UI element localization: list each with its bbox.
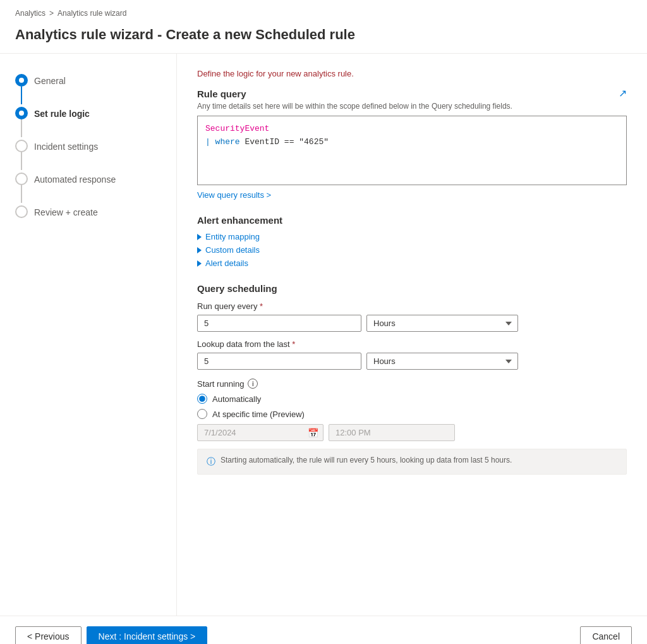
sidebar-item-automated-response[interactable]: Automated response <box>15 173 161 203</box>
step-label-automated: Automated response <box>34 174 116 185</box>
run-query-label: Run query every * <box>197 301 627 311</box>
main-layout: General Set rule logic Incident settings <box>0 54 647 616</box>
step-connector-incident <box>15 140 28 170</box>
step-connector-rule-logic <box>15 107 28 137</box>
previous-button[interactable]: < Previous <box>15 626 82 644</box>
alert-details-chevron <box>197 260 202 267</box>
entity-mapping-chevron <box>197 234 202 240</box>
start-running-label: Start running i <box>197 379 627 389</box>
step-connector-automated <box>15 173 28 203</box>
radio-specific-time-label: At specific time (Preview) <box>212 410 305 419</box>
rule-query-desc: Any time details set here will be within… <box>197 102 512 111</box>
radio-specific-time-input[interactable] <box>197 409 207 419</box>
next-button[interactable]: Next : Incident settings > <box>87 626 208 644</box>
rule-query-title: Rule query <box>197 88 512 99</box>
step-circle-review <box>15 205 28 218</box>
start-running-info-icon: i <box>248 379 258 389</box>
breadcrumb-current: Analytics rule wizard <box>57 9 126 18</box>
query-line-2: | where EventID == "4625" <box>205 136 619 149</box>
alert-details-row[interactable]: Alert details <box>197 258 627 268</box>
lookup-data-value-input[interactable] <box>197 353 361 370</box>
run-query-value-input[interactable] <box>197 315 361 332</box>
page-title: Analytics rule wizard - Create a new Sch… <box>0 21 647 53</box>
sidebar-item-incident-settings[interactable]: Incident settings <box>15 140 161 170</box>
step-circle-rule-logic <box>15 107 28 119</box>
step-label-incident: Incident settings <box>34 141 98 152</box>
run-query-field-row: Hours Minutes Days <box>197 315 627 332</box>
run-query-unit-select[interactable]: Hours Minutes Days <box>366 315 518 332</box>
rule-query-section: Rule query Any time details set here wil… <box>197 88 627 212</box>
sidebar: General Set rule logic Incident settings <box>0 54 177 616</box>
lookup-data-unit-select[interactable]: Hours Minutes Days <box>366 353 518 370</box>
custom-details-row[interactable]: Custom details <box>197 245 627 255</box>
breadcrumb-parent[interactable]: Analytics <box>15 9 45 18</box>
info-banner: ⓘ Starting automatically, the rule will … <box>197 449 627 475</box>
step-label-general: General <box>34 75 66 86</box>
radio-automatically[interactable]: Automatically <box>197 394 627 404</box>
lookup-data-label: Lookup data from the last * <box>197 339 627 349</box>
define-text: Define the logic for your new analytics … <box>197 69 627 78</box>
time-input <box>329 424 455 441</box>
content-area: Define the logic for your new analytics … <box>177 54 647 616</box>
info-banner-icon: ⓘ <box>207 456 215 468</box>
sidebar-item-review-create[interactable]: Review + create <box>15 205 161 226</box>
cancel-button[interactable]: Cancel <box>580 626 632 644</box>
step-connector-review <box>15 205 28 226</box>
date-time-row: 📅 <box>197 424 627 441</box>
alert-enhancement-section: Alert enhancement Entity mapping Custom … <box>197 215 627 268</box>
step-circle-incident <box>15 140 28 152</box>
step-circle-general <box>15 74 28 87</box>
query-editor[interactable]: SecurityEvent | where EventID == "4625" <box>197 116 627 185</box>
query-scheduling-title: Query scheduling <box>197 283 627 294</box>
entity-mapping-label: Entity mapping <box>205 232 260 241</box>
step-label-rule-logic: Set rule logic <box>34 108 90 119</box>
info-banner-text: Starting automatically, the rule will ru… <box>221 456 512 465</box>
sidebar-item-general[interactable]: General <box>15 74 161 104</box>
breadcrumb: Analytics > Analytics rule wizard <box>0 0 647 21</box>
custom-details-chevron <box>197 247 202 253</box>
expand-query-button[interactable]: ↗ <box>619 87 627 99</box>
alert-enhancement-title: Alert enhancement <box>197 215 627 226</box>
query-scheduling-section: Query scheduling Run query every * Hours… <box>197 283 627 475</box>
step-line-automated <box>21 185 22 203</box>
view-results-link[interactable]: View query results > <box>197 190 271 200</box>
step-connector-general <box>15 74 28 104</box>
lookup-data-unit-wrapper: Hours Minutes Days <box>366 353 518 370</box>
step-label-review: Review + create <box>34 207 98 217</box>
calendar-icon: 📅 <box>308 428 318 438</box>
date-input-wrapper: 📅 <box>197 424 324 441</box>
run-query-unit-wrapper: Hours Minutes Days <box>366 315 518 332</box>
date-input <box>197 424 324 441</box>
radio-automatically-label: Automatically <box>212 394 261 404</box>
alert-details-label: Alert details <box>205 258 248 268</box>
radio-automatically-input[interactable] <box>197 394 207 404</box>
custom-details-label: Custom details <box>205 245 260 255</box>
step-line-incident <box>21 152 22 170</box>
footer-bar: < Previous Next : Incident settings > Ca… <box>0 616 647 644</box>
lookup-data-field-row: Hours Minutes Days <box>197 353 627 370</box>
query-line-1: SecurityEvent <box>205 123 619 136</box>
start-running-radio-group: Automatically At specific time (Preview) <box>197 394 627 419</box>
step-line-rule-logic <box>21 119 22 137</box>
radio-specific-time[interactable]: At specific time (Preview) <box>197 409 627 419</box>
breadcrumb-separator: > <box>49 9 54 18</box>
entity-mapping-row[interactable]: Entity mapping <box>197 232 627 241</box>
step-circle-automated <box>15 173 28 185</box>
step-line-general <box>21 87 22 104</box>
sidebar-item-set-rule-logic[interactable]: Set rule logic <box>15 107 161 137</box>
